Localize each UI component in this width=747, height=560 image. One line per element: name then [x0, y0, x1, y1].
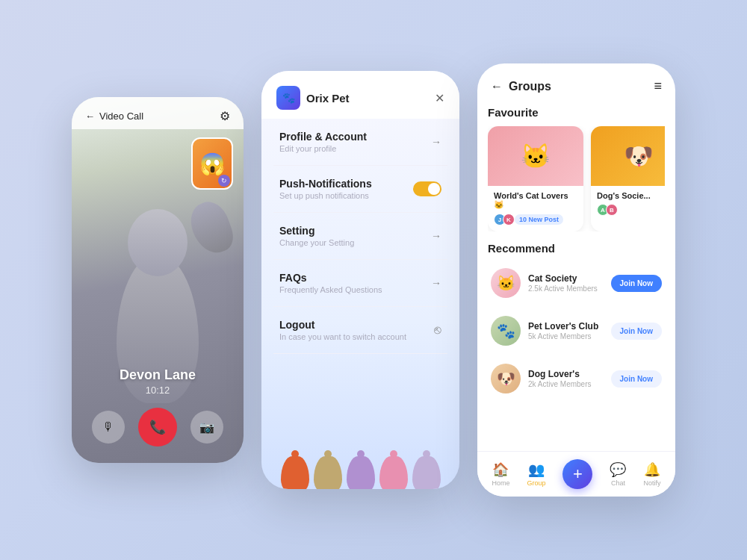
pip-video-thumbnail[interactable]: 😱 ↻	[191, 137, 233, 190]
call-controls: 🎙 📞 📷	[72, 408, 244, 447]
pip-refresh-icon: ↻	[218, 175, 230, 187]
setting-subtitle: Change your Setting	[279, 238, 431, 247]
plus-icon: +	[573, 464, 583, 484]
groups-header: ← Groups ≡	[477, 63, 675, 102]
push-notifications-item[interactable]: Push-Notifications Set up push notificat…	[273, 166, 447, 213]
end-call-button[interactable]: 📞	[138, 408, 177, 447]
recommend-label: Recommend	[488, 242, 665, 255]
pet-lovers-members: 5k Active Members	[528, 332, 604, 340]
nav-notify[interactable]: 🔔 Notify	[643, 461, 660, 487]
cat-society-item: 🐱 Cat Society 2.5k Active Members Join N…	[488, 262, 665, 304]
notify-icon: 🔔	[644, 461, 660, 478]
faqs-item[interactable]: FAQs Frequently Asked Questions →	[273, 260, 447, 307]
close-button[interactable]: ✕	[435, 91, 444, 105]
arrow-icon: →	[431, 136, 441, 148]
member-avatars: J K	[494, 214, 512, 225]
notifications-subtitle: Set up push notifications	[279, 191, 413, 200]
logout-icon: ⎋	[434, 323, 441, 337]
video-off-button[interactable]: 📷	[190, 411, 223, 444]
dog-lovers-avatar: 🐶	[491, 364, 521, 393]
menu-items-list: Profile & Account Edit your profile → Pu…	[261, 119, 459, 354]
home-label: Home	[492, 479, 509, 487]
avatar-4: B	[606, 204, 618, 216]
video-off-icon: 📷	[199, 420, 214, 435]
dogs-society-image: 🐶	[591, 126, 665, 186]
new-post-badge: 10 New Post	[515, 214, 563, 225]
groups-back-button[interactable]: ←	[491, 80, 503, 93]
nav-home[interactable]: 🏠 Home	[492, 461, 509, 487]
nav-add-button[interactable]: +	[562, 459, 592, 489]
video-top-bar: ← Video Call ⚙	[72, 97, 244, 129]
app-name: Orix Pet	[306, 92, 350, 105]
pet-lovers-item: 🐾 Pet Lover's Club 5k Active Members Joi…	[488, 310, 665, 352]
back-arrow-icon: ←	[85, 111, 95, 122]
phone-icon: 📞	[149, 419, 166, 435]
dogs-avatars: A B	[597, 204, 615, 216]
faqs-subtitle: Frequently Asked Questions	[279, 285, 431, 294]
home-icon: 🏠	[492, 461, 509, 478]
paw-4	[379, 456, 408, 489]
pet-lovers-name: Pet Lover's Club	[528, 321, 604, 332]
filter-icon[interactable]: ≡	[654, 78, 662, 94]
back-button[interactable]: ← Video Call	[85, 111, 143, 122]
cat-society-avatar: 🐱	[491, 268, 521, 298]
mic-off-icon: 🎙	[102, 420, 114, 434]
setting-item[interactable]: Setting Change your Setting →	[273, 213, 447, 260]
dogs-society-name: Dog's Socie...	[597, 191, 665, 200]
menu-screen: 🐾 Orix Pet ✕ Profile & Account Edit your…	[261, 71, 459, 489]
notifications-toggle[interactable]	[413, 181, 441, 196]
bottom-navigation: 🏠 Home 👥 Group + 💬 Chat 🔔 Notify	[477, 451, 675, 497]
mute-button[interactable]: 🎙	[92, 411, 125, 444]
groups-title: Groups	[509, 80, 551, 93]
paw-1	[281, 456, 309, 489]
call-duration: 10:12	[72, 385, 244, 396]
logout-title: Logout	[279, 319, 434, 331]
settings-icon[interactable]: ⚙	[220, 109, 230, 123]
groups-screen: ← Groups ≡ Favourite 🐱 World's Cat Lover…	[477, 63, 675, 497]
cat-society-members: 2.5k Active Members	[528, 284, 604, 293]
screen-title: Video Call	[99, 111, 143, 122]
profile-title: Profile & Account	[279, 131, 431, 143]
arrow-icon: →	[431, 230, 441, 242]
paw-5	[412, 456, 441, 489]
paw-decorations	[261, 437, 459, 489]
video-call-screen: ← Video Call ⚙ 😱 ↻ Devon Lane 10:12 🎙 📞 …	[72, 97, 244, 463]
pet-lovers-join-button[interactable]: Join Now	[611, 323, 662, 340]
profile-subtitle: Edit your profile	[279, 144, 431, 153]
cat-lovers-image: 🐱	[488, 126, 583, 186]
chat-icon: 💬	[610, 461, 626, 478]
app-logo: 🐾 Orix Pet	[276, 86, 350, 110]
favourite-groups-list: 🐱 World's Cat Lovers 🐱 J K 10 New Post	[488, 126, 665, 231]
nav-chat[interactable]: 💬 Chat	[610, 461, 626, 487]
fav-card-cat-lovers[interactable]: 🐱 World's Cat Lovers 🐱 J K 10 New Post	[488, 126, 583, 231]
group-label: Group	[527, 479, 545, 487]
logout-item[interactable]: Logout In case you want to switch accoun…	[273, 307, 447, 354]
dog-lovers-members: 2k Active Members	[528, 380, 604, 388]
cat-society-name: Cat Society	[528, 273, 604, 284]
dog-lovers-name: Dog Lover's	[528, 369, 604, 379]
chat-label: Chat	[611, 479, 625, 487]
nav-group[interactable]: 👥 Group	[527, 461, 545, 487]
dog-lovers-item: 🐶 Dog Lover's 2k Active Members Join Now	[488, 358, 665, 399]
logo-icon: 🐾	[276, 86, 300, 110]
logout-subtitle: In case you want to switch account	[279, 332, 434, 341]
cat-society-join-button[interactable]: Join Now	[611, 275, 662, 292]
paw-3	[347, 456, 375, 489]
faqs-title: FAQs	[279, 272, 431, 284]
fav-card-dogs-society[interactable]: 🐶 Dog's Socie... A B	[591, 126, 665, 231]
avatar-2: K	[503, 214, 515, 225]
caller-info: Devon Lane 10:12	[72, 367, 244, 396]
menu-header: 🐾 Orix Pet ✕	[261, 71, 459, 119]
groups-body: Favourite 🐱 World's Cat Lovers 🐱 J K 10 …	[477, 102, 675, 451]
caller-name: Devon Lane	[72, 367, 244, 383]
notifications-title: Push-Notifications	[279, 178, 413, 190]
profile-account-item[interactable]: Profile & Account Edit your profile →	[273, 119, 447, 166]
notify-label: Notify	[643, 479, 660, 487]
arrow-icon: →	[431, 277, 441, 289]
cat-lovers-name: World's Cat Lovers 🐱	[494, 191, 577, 210]
paw-2	[314, 456, 342, 489]
favourite-label: Favourite	[488, 106, 665, 119]
dog-lovers-join-button[interactable]: Join Now	[611, 370, 662, 388]
group-icon: 👥	[528, 461, 545, 478]
pet-lovers-avatar: 🐾	[491, 316, 521, 346]
